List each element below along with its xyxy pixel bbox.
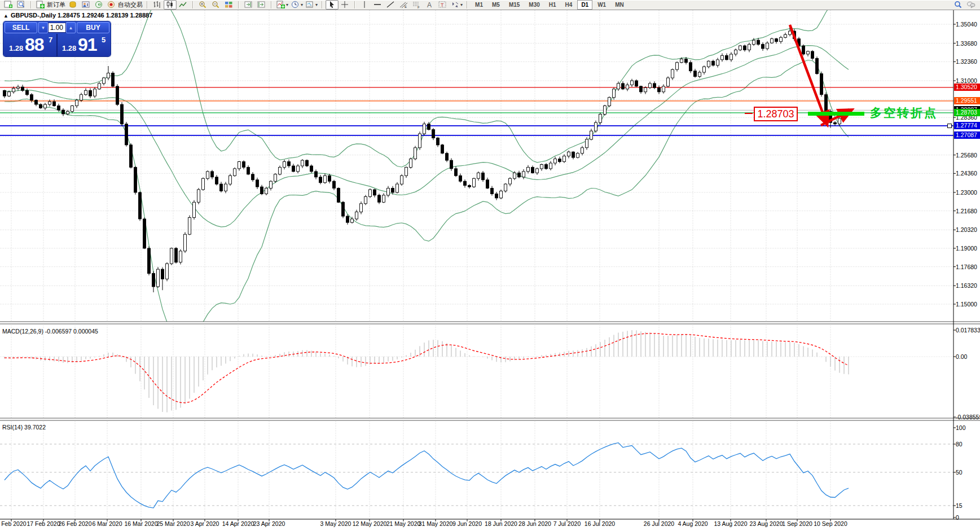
buy-button[interactable]: BUY bbox=[77, 22, 109, 33]
volume-up-button[interactable]: ▲ bbox=[66, 22, 76, 33]
one-click-trading-panel: SELL ▼ 1.00 ▲ BUY 1.28 88 7 1.28 91 bbox=[3, 21, 111, 56]
sell-price-sup: 7 bbox=[49, 36, 52, 44]
buy-price-sup: 5 bbox=[102, 36, 106, 44]
buy-price-prefix: 1.28 bbox=[62, 44, 76, 52]
price-badge[interactable]: 1.29551 bbox=[954, 97, 980, 104]
chart-canvas[interactable] bbox=[0, 0, 980, 531]
price-callout-dash bbox=[745, 113, 753, 114]
rsi-indicator-label: RSI(14) 39.7022 bbox=[2, 424, 46, 431]
price-tick-label: 1.35040 bbox=[956, 21, 977, 28]
price-tick-label: 1.32360 bbox=[956, 58, 977, 65]
hline-selection-handle[interactable] bbox=[947, 124, 952, 128]
date-tick-label: 25 Mar 2020 bbox=[157, 520, 190, 527]
sell-price-prefix: 1.28 bbox=[9, 44, 23, 52]
price-tick-label: 1.16320 bbox=[956, 282, 977, 289]
date-tick-label: 12 May 2020 bbox=[353, 520, 387, 527]
rsi-axis-label: 80 bbox=[956, 441, 963, 447]
volume-input[interactable]: 1.00 bbox=[48, 23, 66, 33]
date-tick-label: 17 Feb 2020 bbox=[27, 520, 60, 527]
date-tick-label: 3 Apr 2020 bbox=[191, 520, 219, 527]
sell-quote[interactable]: 1.28 88 7 bbox=[3, 34, 56, 56]
collapse-triangle-icon[interactable]: ▲ bbox=[3, 13, 8, 19]
price-tick-label: 1.23000 bbox=[956, 189, 977, 196]
sell-price-big: 88 bbox=[25, 34, 44, 55]
date-tick-label: 28 Jun 2020 bbox=[518, 520, 551, 527]
price-tick-label: 1.25680 bbox=[956, 152, 977, 159]
date-tick-label: 18 Jun 2020 bbox=[485, 520, 517, 527]
macd-axis-label: 0.00 bbox=[956, 353, 967, 360]
date-tick-label: 13 Aug 2020 bbox=[714, 520, 748, 527]
date-tick-label: 1 Sep 2020 bbox=[782, 520, 812, 527]
price-tick-label: 1.17680 bbox=[956, 264, 977, 270]
date-tick-label: 21 May 2020 bbox=[386, 520, 421, 527]
date-tick-label: 7 Jul 2020 bbox=[553, 520, 581, 527]
price-badge[interactable]: 1.28703 bbox=[954, 109, 980, 116]
price-tick-label: 1.33680 bbox=[956, 40, 977, 47]
date-tick-label: 16 Mar 2020 bbox=[125, 520, 158, 527]
date-tick-label: 31 May 2020 bbox=[419, 520, 453, 527]
date-tick-label: 7 Feb 2020 bbox=[0, 520, 27, 527]
macd-indicator-label: MACD(12,26,9) -0.006597 0.000045 bbox=[2, 328, 98, 335]
rsi-axis-label: 15 bbox=[956, 502, 963, 509]
rsi-axis-label: 50 bbox=[956, 469, 963, 476]
date-tick-label: 3 May 2020 bbox=[320, 520, 351, 527]
price-tick-label: 1.15000 bbox=[956, 301, 977, 308]
date-tick-label: 23 Aug 2020 bbox=[750, 520, 783, 527]
turning-point-bar[interactable] bbox=[808, 112, 864, 116]
macd-axis-label: -0.038559 bbox=[956, 414, 980, 420]
price-badge[interactable]: 1.30520 bbox=[954, 84, 980, 91]
turning-point-label: 多空转折点 bbox=[870, 105, 938, 121]
rsi-axis-label: 0 bbox=[956, 514, 959, 521]
price-tick-label: 1.20320 bbox=[956, 226, 977, 233]
date-tick-label: 16 Jul 2020 bbox=[585, 520, 615, 527]
symbol-info-line: ▲GBPUSD-,Daily 1.28475 1.29246 1.28139 1… bbox=[3, 12, 152, 19]
sell-button[interactable]: SELL bbox=[5, 22, 37, 33]
date-tick-label: 23 Apr 2020 bbox=[253, 520, 285, 527]
date-tick-label: 26 Jul 2020 bbox=[644, 520, 674, 527]
date-tick-label: 4 Aug 2020 bbox=[678, 520, 707, 527]
price-tick-label: 1.24360 bbox=[956, 170, 977, 177]
price-tick-label: 1.19000 bbox=[956, 245, 977, 252]
macd-axis-label: 0.017833 bbox=[956, 327, 980, 333]
date-tick-label: 26 Feb 2020 bbox=[59, 520, 92, 527]
date-tick-label: 6 Mar 2020 bbox=[92, 520, 122, 527]
price-callout-box[interactable]: 1.28703 bbox=[754, 107, 798, 121]
volume-down-button[interactable]: ▼ bbox=[38, 22, 48, 33]
rsi-axis-label: 100 bbox=[956, 424, 966, 431]
price-badge[interactable]: 1.27774 bbox=[954, 122, 980, 129]
symbol-ohlc-text: GBPUSD-,Daily 1.28475 1.29246 1.28139 1.… bbox=[11, 12, 152, 19]
date-tick-label: 10 Sep 2020 bbox=[814, 520, 847, 527]
date-tick-label: 14 Apr 2020 bbox=[222, 520, 254, 527]
mt4-terminal: 新订单自动交易▾▾▾EFAT▾M1M5M15M30H1H4D1W1MN ▲GBP… bbox=[0, 0, 980, 531]
buy-quote[interactable]: 1.28 91 5 bbox=[58, 34, 111, 56]
price-tick-label: 1.21680 bbox=[956, 208, 977, 214]
buy-price-big: 91 bbox=[78, 34, 97, 55]
price-badge[interactable]: 1.27087 bbox=[954, 131, 980, 139]
date-tick-label: 9 Jun 2020 bbox=[452, 520, 482, 527]
chart-window[interactable]: ▲GBPUSD-,Daily 1.28475 1.29246 1.28139 1… bbox=[0, 10, 980, 531]
